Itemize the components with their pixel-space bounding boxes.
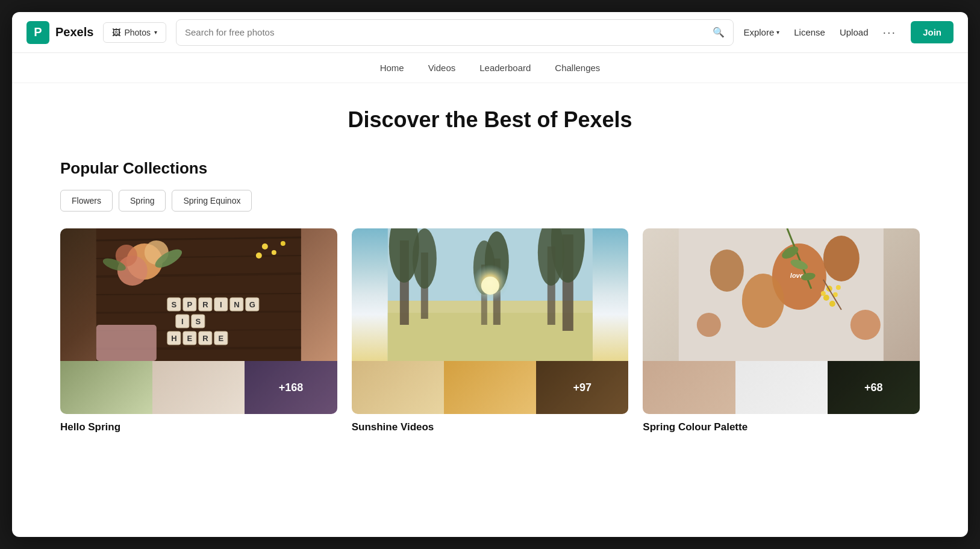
thumb-3-1 xyxy=(643,361,735,414)
thumb-2-1 xyxy=(352,361,444,414)
explore-link[interactable]: Explore ▾ xyxy=(743,27,779,37)
svg-line-5 xyxy=(96,312,301,313)
svg-text:R: R xyxy=(202,334,208,343)
svg-text:E: E xyxy=(218,334,223,343)
subnav-home[interactable]: Home xyxy=(380,63,404,73)
filter-spring[interactable]: Spring xyxy=(119,190,166,212)
page-title: Discover the Best of Pexels xyxy=(60,107,920,133)
thumb-3-3: +68 xyxy=(828,361,920,414)
svg-text:N: N xyxy=(234,300,239,309)
chevron-down-icon: ▾ xyxy=(776,29,779,36)
subnav-videos[interactable]: Videos xyxy=(428,63,456,73)
browser-frame: P Pexels 🖼 Photos ▾ 🔍 Explore ▾ License … xyxy=(12,12,968,537)
thumb-row-3: +68 xyxy=(643,361,920,414)
collection-card-sunshine-videos[interactable]: +97 Sunshine Videos xyxy=(352,228,629,433)
svg-text:I: I xyxy=(181,317,184,326)
svg-point-64 xyxy=(742,274,784,328)
svg-text:R: R xyxy=(202,300,208,309)
collection-card-hello-spring[interactable]: S P R I xyxy=(60,228,337,433)
filter-spring-equinox[interactable]: Spring Equinox xyxy=(172,190,252,212)
photos-label: Photos xyxy=(124,28,151,37)
logo[interactable]: P Pexels xyxy=(27,21,93,44)
svg-point-63 xyxy=(823,236,860,281)
thumb-overlay-2: +97 xyxy=(536,361,628,414)
collection-card-spring-colour-palette[interactable]: love xyxy=(643,228,920,433)
collection-name-3: Spring Colour Palette xyxy=(643,421,920,433)
filter-tags: Flowers Spring Spring Equinox xyxy=(60,190,920,212)
subnav-leaderboard[interactable]: Leaderboard xyxy=(479,63,531,73)
sub-nav: Home Videos Leaderboard Challenges xyxy=(12,53,968,83)
svg-point-76 xyxy=(821,291,826,296)
subnav-challenges[interactable]: Challenges xyxy=(555,63,600,73)
svg-text:S: S xyxy=(195,317,201,326)
photos-dropdown-button[interactable]: 🖼 Photos ▾ xyxy=(103,22,166,43)
collection-name-1: Hello Spring xyxy=(60,421,337,433)
thumb-2-2 xyxy=(444,361,536,414)
thumb-row-1: +168 xyxy=(60,361,337,414)
nav-links: Explore ▾ License Upload ··· Join xyxy=(743,21,953,43)
search-icon: 🔍 xyxy=(713,27,725,38)
collection-main-image-2 xyxy=(352,228,629,361)
svg-point-78 xyxy=(850,310,881,340)
collection-images-2: +97 xyxy=(352,228,629,414)
main-content: Discover the Best of Pexels Popular Coll… xyxy=(12,83,968,537)
svg-point-16 xyxy=(256,253,262,259)
photo-icon: 🖼 xyxy=(112,28,120,37)
thumb-1-1 xyxy=(60,361,152,414)
svg-point-79 xyxy=(697,313,721,337)
thumb-3-2 xyxy=(735,361,828,414)
svg-text:H: H xyxy=(171,334,176,343)
svg-rect-60 xyxy=(387,228,592,361)
collection-name-2: Sunshine Videos xyxy=(352,421,629,433)
svg-text:G: G xyxy=(249,300,255,309)
license-link[interactable]: License xyxy=(794,27,825,37)
search-input[interactable] xyxy=(185,27,707,37)
svg-point-75 xyxy=(829,301,835,307)
brand-name: Pexels xyxy=(55,25,93,39)
thumb-overlay-3: +68 xyxy=(828,361,920,414)
navbar: P Pexels 🖼 Photos ▾ 🔍 Explore ▾ License … xyxy=(12,12,968,53)
collection-images-1: S P R I xyxy=(60,228,337,414)
svg-point-17 xyxy=(281,241,286,246)
collections-grid: S P R I xyxy=(60,228,920,433)
join-button[interactable]: Join xyxy=(911,21,953,43)
collection-main-image-1: S P R I xyxy=(60,228,337,361)
logo-icon: P xyxy=(27,21,49,44)
collection-main-image-3: love xyxy=(643,228,920,361)
svg-point-65 xyxy=(710,249,744,292)
svg-point-15 xyxy=(272,250,276,255)
thumb-1-2 xyxy=(152,361,245,414)
popular-collections-title: Popular Collections xyxy=(60,159,920,178)
chevron-down-icon: ▾ xyxy=(154,29,157,36)
thumb-overlay-1: +168 xyxy=(245,361,337,414)
svg-point-74 xyxy=(836,285,841,290)
svg-text:P: P xyxy=(187,300,192,309)
svg-text:I: I xyxy=(220,300,222,309)
svg-text:S: S xyxy=(171,300,176,309)
thumb-1-3: +168 xyxy=(245,361,337,414)
svg-rect-42 xyxy=(96,325,157,361)
upload-link[interactable]: Upload xyxy=(840,27,869,37)
thumb-2-3: +97 xyxy=(536,361,628,414)
svg-point-14 xyxy=(262,243,268,249)
filter-flowers[interactable]: Flowers xyxy=(60,190,113,212)
svg-text:E: E xyxy=(187,334,192,343)
search-bar: 🔍 xyxy=(176,19,734,46)
thumb-row-2: +97 xyxy=(352,361,629,414)
collection-images-3: love xyxy=(643,228,920,414)
more-options-button[interactable]: ··· xyxy=(882,25,896,39)
